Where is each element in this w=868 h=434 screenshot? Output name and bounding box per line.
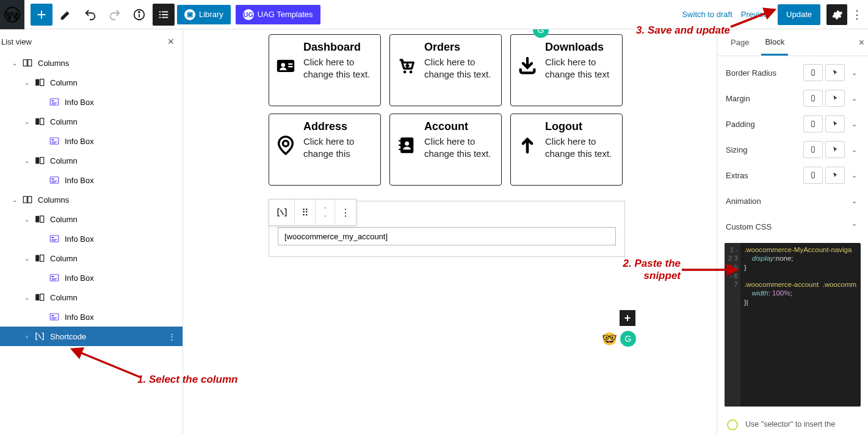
chevron-down-icon[interactable]: ⌄ (21, 79, 33, 86)
infobox-card[interactable]: OrdersClick here to change this text. (389, 34, 502, 106)
chevron-down-icon[interactable]: ⌄ (848, 69, 859, 77)
more-menu-button[interactable]: ⋮ (850, 8, 864, 21)
block-toolbar: ⠿ ⌃⌄ ⋮ (269, 199, 356, 226)
prop-padding[interactable]: Padding ⌄ (717, 111, 868, 137)
library-button[interactable]: ▣Library (177, 5, 231, 24)
shortcode-icon (33, 331, 46, 342)
chevron-down-icon[interactable]: ⌄ (848, 197, 859, 205)
undo-button[interactable] (79, 4, 101, 26)
tree-row[interactable]: ⌄Column (0, 151, 183, 170)
columns-icon (21, 57, 34, 68)
device-pointer-button[interactable] (825, 90, 845, 107)
tree-row[interactable]: ⌄Columns (0, 190, 183, 209)
chevron-down-icon[interactable]: ⌄ (848, 95, 859, 103)
chevron-down-icon[interactable]: ⌄ (848, 120, 859, 128)
chevron-down-icon[interactable]: ⌄ (21, 294, 33, 301)
prop-animation[interactable]: Animation⌄ (717, 188, 868, 214)
prop-margin[interactable]: Margin ⌄ (717, 85, 868, 111)
shortcode-input[interactable] (278, 227, 616, 245)
chevron-down-icon[interactable]: ⌄ (9, 197, 21, 203)
update-button[interactable]: Update (778, 4, 820, 25)
add-block-button[interactable] (31, 4, 52, 26)
move-updown-button[interactable]: ⌃⌄ (316, 200, 335, 225)
chevron-down-icon[interactable]: ⌄ (848, 146, 859, 154)
css-editor[interactable]: 1 - 2 3 4 5 - 6 7 .woocommerce-MyAccount… (725, 243, 861, 407)
infobox-icon (48, 311, 61, 322)
device-mobile-button[interactable] (803, 167, 823, 184)
infobox-icon (48, 136, 61, 146)
infobox-card[interactable]: LogoutClick here to change this text. (510, 114, 623, 186)
columns-icon (21, 194, 34, 205)
tab-block[interactable]: Block (761, 29, 788, 56)
info-button[interactable] (128, 4, 150, 26)
device-mobile-button[interactable] (803, 64, 823, 81)
tree-row[interactable]: Info Box (0, 229, 183, 248)
wordpress-logo[interactable] (0, 0, 24, 29)
editor-canvas: G DashboardClick here to change this tex… (183, 29, 717, 434)
chevron-down-icon[interactable]: ⌄ (21, 118, 33, 125)
device-pointer-button[interactable] (825, 64, 845, 81)
switch-to-draft-link[interactable]: Switch to draft (682, 10, 732, 19)
device-pointer-button[interactable] (825, 115, 845, 132)
chevron-down-icon[interactable]: ⌄ (9, 60, 21, 67)
device-pointer-button[interactable] (825, 141, 845, 158)
chevron-up-icon[interactable]: ⌃ (848, 223, 859, 231)
infobox-card[interactable]: AccountClick here to change this text. (389, 114, 502, 186)
prop-custom-css[interactable]: Custom CSS⌃ (717, 214, 868, 239)
grammarly-icon[interactable]: G (620, 331, 636, 347)
card-text: Click here to change this text (545, 56, 617, 81)
tree-row[interactable]: ⌄Column (0, 112, 183, 131)
tree-row[interactable]: ⌄Column (0, 73, 183, 92)
chevron-down-icon[interactable]: ⌄ (848, 172, 859, 179)
infobox-card[interactable]: AddressClick here to change this (269, 114, 381, 186)
tree-row-selected[interactable]: ›Shortcode⋮ (0, 327, 183, 346)
prop-sizing[interactable]: Sizing ⌄ (717, 137, 868, 162)
tree-row[interactable]: ⌄Column (0, 209, 183, 229)
redo-button[interactable] (104, 4, 126, 26)
infobox-card[interactable]: DashboardClick here to change this text. (269, 34, 381, 106)
chevron-down-icon[interactable]: ⌄ (21, 216, 33, 223)
column-icon (33, 253, 46, 264)
column-icon (33, 214, 46, 225)
svg-rect-30 (159, 16, 161, 18)
tree-item-label: Info Box (65, 98, 94, 107)
tree-item-label: Columns (38, 59, 69, 68)
listview-panel: List view × ⌄Columns⌄ColumnInfo Box⌄Colu… (0, 29, 183, 434)
tree-row[interactable]: Info Box (0, 307, 183, 327)
tab-page[interactable]: Page (727, 29, 753, 56)
tree-row[interactable]: Info Box (0, 268, 183, 288)
prop-extras[interactable]: Extras ⌄ (717, 162, 868, 188)
prop-label: Padding (726, 120, 755, 129)
edit-mode-button[interactable] (55, 4, 77, 26)
close-icon[interactable]: × (167, 35, 174, 48)
block-type-button[interactable] (269, 200, 295, 225)
device-pointer-button[interactable] (825, 167, 845, 184)
tree-item-label: Info Box (65, 176, 94, 185)
device-mobile-button[interactable] (803, 141, 823, 158)
drag-handle-icon[interactable]: ⠿ (295, 200, 316, 225)
tree-row[interactable]: Info Box (0, 131, 183, 151)
device-mobile-button[interactable] (803, 115, 823, 132)
block-more-button[interactable]: ⋮ (335, 200, 356, 225)
tree-row[interactable]: Info Box (0, 170, 183, 190)
listview-toggle-button[interactable] (153, 4, 175, 26)
row-more-icon[interactable]: ⋮ (168, 332, 176, 341)
prop-border-radius[interactable]: Border Radius ⌄ (717, 60, 868, 85)
tree-item-label: Column (50, 156, 78, 165)
tree-row[interactable]: ⌄Column (0, 288, 183, 307)
infobox-card[interactable]: DownloadsClick here to change this text (510, 34, 623, 106)
uag-templates-button[interactable]: UGUAG Templates (236, 5, 320, 24)
tree-row[interactable]: ⌄Columns (0, 53, 183, 73)
preview-link[interactable]: Preview (741, 10, 769, 19)
chevron-down-icon[interactable]: ⌄ (21, 157, 33, 164)
tree-item-label: Column (50, 117, 78, 126)
tree-row[interactable]: ⌄Column (0, 248, 183, 268)
tree-item-label: Column (50, 78, 78, 87)
chevron-down-icon[interactable]: ⌄ (21, 255, 33, 262)
settings-button[interactable] (826, 4, 847, 25)
inserter-button[interactable]: + (620, 310, 635, 326)
tree-row[interactable]: Info Box (0, 92, 183, 112)
device-mobile-button[interactable] (803, 90, 823, 107)
close-icon[interactable]: × (859, 37, 864, 48)
chevron-right-icon[interactable]: › (21, 333, 33, 340)
